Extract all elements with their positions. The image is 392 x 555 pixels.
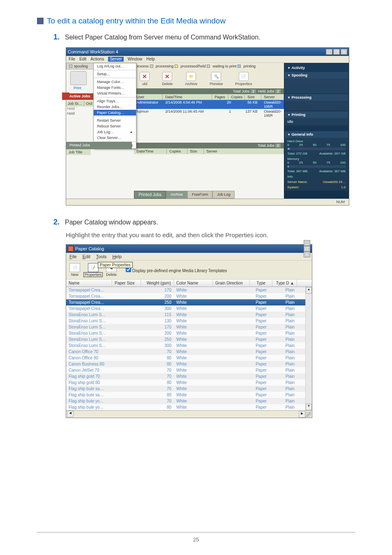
job-row[interactable]: fujimori 2/14/2008 11:06:45 AM 1 1 37 KB… <box>134 109 284 118</box>
pc-menu-help[interactable]: Help <box>112 254 122 259</box>
pc-menu-edit[interactable]: Edit <box>83 254 90 259</box>
tab-archive[interactable]: Archive <box>166 191 187 199</box>
pc-row[interactable]: Flag ship gold 8080WhitePaperPlain <box>66 379 305 386</box>
menu-setup[interactable]: Setup… <box>94 71 136 77</box>
menu-virtual-printers[interactable]: Virtual Printers… <box>94 90 136 96</box>
printing-state: Idle <box>287 120 293 124</box>
delete-button[interactable]: ✕Delete <box>162 72 173 86</box>
pc-row[interactable]: Flag ship gold 7070WhitePaperPlain <box>66 373 305 379</box>
processing-panel[interactable]: Processing <box>285 94 348 101</box>
pc-row[interactable]: Torraspapel Crea…300WhitePaperPlain <box>66 305 305 312</box>
pc-row[interactable]: Canon JetSet 7070WhitePaperPlain <box>66 367 305 373</box>
pc-grid-header[interactable]: Name Paper Size Weight (gsm) Color Name … <box>66 280 312 287</box>
pc-row[interactable]: Torraspapel Crea…200WhitePaperPlain <box>66 293 305 299</box>
cws-menubar[interactable]: File Edit Actions Server Window Help <box>66 56 349 63</box>
spooling-panel[interactable]: Spooling <box>285 72 348 79</box>
scroll-up-icon[interactable]: ▲ <box>306 287 312 294</box>
col-weight[interactable]: Weight (gsm) <box>141 280 174 287</box>
pc-row[interactable]: Flag ship bule sa…70WhitePaperPlain <box>66 386 305 392</box>
cws-bottom-tabs[interactable]: Printed Jobs Archive FreeForm Job Log <box>134 191 284 199</box>
pc-row[interactable]: StoraEnso Lumi S…300WhitePaperPlain <box>66 342 305 349</box>
col-jobstatus[interactable]: Job St… <box>66 101 84 106</box>
pc-row[interactable]: StoraEnso Lumi S…130WhitePaperPlain <box>66 318 305 324</box>
tab-freeform[interactable]: FreeForm <box>187 191 213 199</box>
menu-manage-color[interactable]: Manage Color… <box>94 79 136 85</box>
col-type-d[interactable]: Type D ▲ <box>272 280 297 287</box>
pc-row[interactable]: Torraspapel Crea…170WhitePaperPlain <box>66 287 305 293</box>
pc-menu-file[interactable]: File <box>69 254 77 259</box>
menu-reorder-jobs[interactable]: Reorder Jobs… <box>94 104 136 110</box>
cws-statusbar: NUM <box>66 199 349 205</box>
pc-maximize-button[interactable]: □ <box>304 246 310 252</box>
tab-printed-jobs[interactable]: Printed Jobs <box>134 191 166 199</box>
menu-manage-fonts[interactable]: Manage Fonts… <box>94 85 136 90</box>
pc-titlebar[interactable]: Paper Catalog _ □ × <box>66 245 312 253</box>
page-number: 25 <box>0 536 392 543</box>
general-info-panel[interactable]: General Info <box>285 131 348 138</box>
col-type[interactable]: Type <box>250 280 272 287</box>
tooltip-paper-properties: Paper Properties <box>98 262 133 268</box>
menu-paper-catalog[interactable]: Paper Catalog… <box>94 110 136 116</box>
pc-menu-tools[interactable]: Tools <box>96 254 107 259</box>
job-list-header[interactable]: User Date/Time Pages Copies Size Server <box>134 94 284 100</box>
pc-close-button[interactable]: × <box>304 252 310 257</box>
tab-joblog[interactable]: Job Log <box>212 191 235 199</box>
menu-server[interactable]: Server <box>108 57 123 62</box>
menu-actions[interactable]: Actions <box>90 57 104 62</box>
pc-row[interactable]: StoraEnso Lumi S…200WhitePaperPlain <box>66 330 305 336</box>
minimize-button[interactable]: _ <box>326 49 332 55</box>
col-grain[interactable]: Grain Direction <box>213 280 250 287</box>
pc-row[interactable]: Flag ship bule yo…70WhitePaperPlain <box>66 398 305 404</box>
col-color[interactable]: Color Name <box>174 280 213 287</box>
server-dropdown-menu[interactable]: Log in/Log out… Setup… Manage Color… Man… <box>93 63 136 149</box>
held-row-1[interactable]: Held <box>67 106 75 111</box>
maximize-button[interactable]: □ <box>333 49 340 55</box>
pc-row[interactable]: StoraEnso Lumi S…250WhitePaperPlain <box>66 336 305 342</box>
menu-reboot-server[interactable]: Reboot Server <box>94 123 136 129</box>
printer-icon <box>70 71 87 85</box>
printed-list-header[interactable]: Date/Time Copies Size Server <box>134 148 284 154</box>
menu-align-trays[interactable]: Align Trays… <box>94 98 136 104</box>
job-title-header[interactable]: Job Title <box>66 149 91 155</box>
preview-button[interactable]: 🔍Preview <box>210 72 223 86</box>
held-row-2[interactable]: Held <box>67 111 75 116</box>
pc-menubar[interactable]: File Edit Tools Help <box>66 253 312 261</box>
cws-titlebar[interactable]: Command WorkStation 4 _ □ × <box>66 48 349 56</box>
pc-row[interactable]: Flag ship bule sa…80WhitePaperPlain <box>66 392 305 398</box>
close-button[interactable]: × <box>341 49 347 55</box>
scroll-right-icon[interactable]: ▶ <box>299 411 305 418</box>
menu-window[interactable]: Window <box>128 57 143 62</box>
pc-vertical-scrollbar[interactable]: ▲ ▼ <box>305 287 312 410</box>
printed-jobs-bar[interactable]: Printed Jobs <box>66 142 132 149</box>
menu-clear-server[interactable]: Clear Server… <box>94 135 136 141</box>
pc-minimize-button[interactable]: _ <box>304 240 310 246</box>
menu-help[interactable]: Help <box>146 57 155 62</box>
pc-row[interactable]: Torraspapel Crea…250WhitePaperPlain <box>66 299 305 305</box>
scroll-down-icon[interactable]: ▼ <box>306 404 312 410</box>
resize-handle-icon[interactable] <box>305 412 311 417</box>
pc-row[interactable]: Canon Office 7070WhitePaperPlain <box>66 349 305 355</box>
pc-rows[interactable]: Torraspapel Crea…170WhitePaperPlainTorra… <box>66 287 305 410</box>
job-row[interactable]: Administrator 2/14/2008 4:04:46 PM 20 56… <box>134 100 284 109</box>
properties-button[interactable]: 📄Properties <box>235 72 252 86</box>
pc-row[interactable]: Canon Business 8080WhitePaperPlain <box>66 361 305 367</box>
scroll-left-icon[interactable]: ◀ <box>67 411 74 417</box>
hold-button[interactable]: ✕old <box>140 72 150 86</box>
pc-horizontal-scrollbar[interactable]: ◀ ▶ <box>66 410 312 418</box>
pc-row[interactable]: Flag ship bule yo…80WhitePaperPlain <box>66 404 305 410</box>
pc-row[interactable]: Canon Office 8080WhitePaperPlain <box>66 355 305 361</box>
menu-login[interactable]: Log in/Log out… <box>94 63 136 69</box>
cws-title: Command WorkStation 4 <box>68 49 118 54</box>
menu-edit[interactable]: Edit <box>79 57 86 62</box>
pc-row[interactable]: StoraEnso Lumi S…115WhitePaperPlain <box>66 312 305 318</box>
new-button[interactable]: 📄 New <box>69 263 80 277</box>
col-name[interactable]: Name <box>66 280 112 287</box>
archive-button[interactable]: 📁Archive <box>185 72 197 86</box>
pc-row[interactable]: StoraEnso Lumi S…170WhitePaperPlain <box>66 324 305 330</box>
display-templates-checkbox[interactable]: Display pre-defined engine Media Library… <box>126 267 227 273</box>
menu-file[interactable]: File <box>69 57 75 62</box>
printing-panel[interactable]: Printing <box>285 111 348 118</box>
col-paper-size[interactable]: Paper Size <box>112 280 141 287</box>
menu-restart-server[interactable]: Restart Server <box>94 118 136 123</box>
menu-job-log[interactable]: Job Log…▸ <box>94 129 136 135</box>
